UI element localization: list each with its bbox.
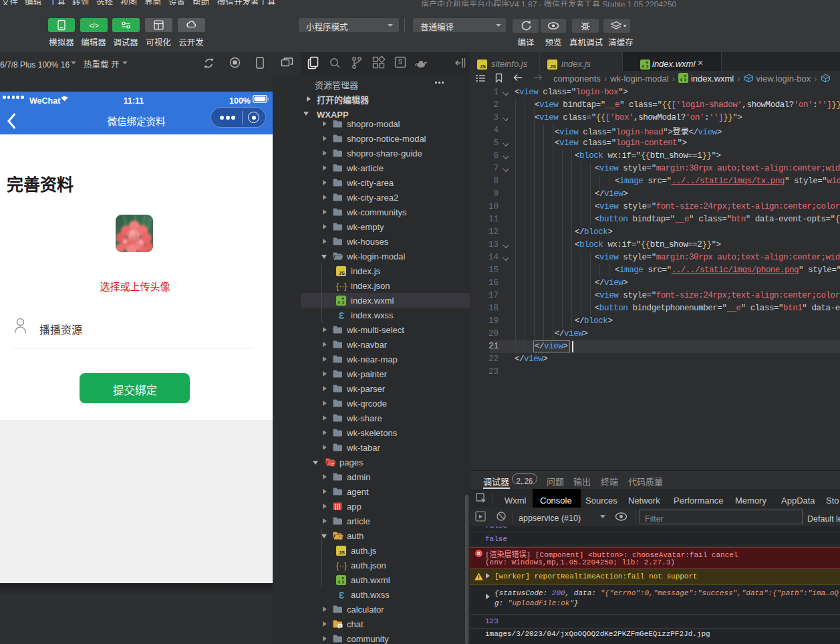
svg-text:JS: JS: [339, 550, 345, 556]
svg-text:JS: JS: [480, 64, 486, 70]
svg-text:</>: </>: [89, 22, 99, 29]
svg-text:{··}: {··}: [336, 561, 347, 570]
svg-text:{··}: {··}: [336, 282, 347, 291]
svg-text:3: 3: [339, 310, 344, 320]
svg-text:JS: JS: [550, 64, 556, 70]
svg-text:3: 3: [339, 590, 344, 600]
svg-text:JS: JS: [339, 270, 345, 276]
